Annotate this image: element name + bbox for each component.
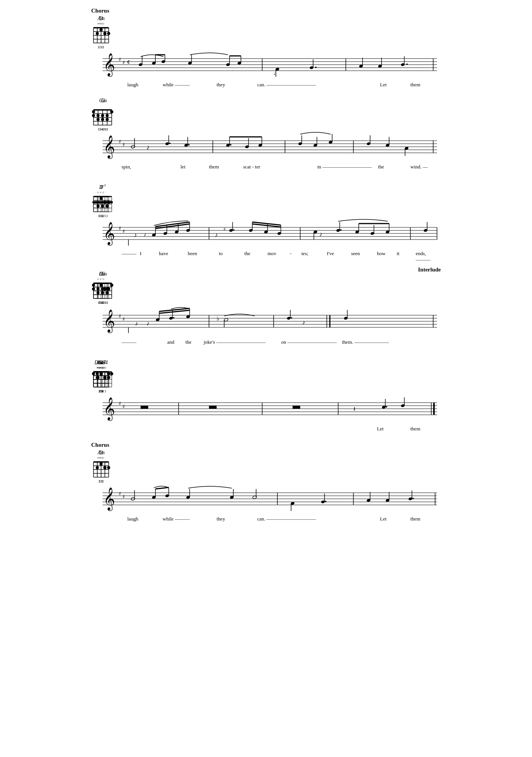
chord-diagram-D3: D ××○ 132 [91, 271, 111, 305]
svg-point-273 [173, 317, 174, 319]
svg-text:♪: ♪ [135, 320, 138, 327]
svg-point-438 [412, 498, 414, 499]
svg-point-25 [103, 32, 106, 35]
svg-point-188 [233, 229, 234, 231]
lyrics-row-4: ——— and the joke's —————————— on ———————… [91, 339, 441, 348]
svg-text:♯: ♯ [119, 57, 121, 62]
svg-point-373 [386, 406, 387, 408]
svg-point-162 [106, 205, 109, 208]
row3-section: D ××○ 132 [91, 180, 441, 259]
svg-text:♯: ♯ [122, 316, 125, 322]
svg-text:𝄞: 𝄞 [103, 135, 115, 159]
svg-point-94 [110, 110, 113, 113]
svg-point-355 [103, 376, 106, 379]
row2-section: G [91, 98, 441, 172]
svg-point-404 [103, 466, 106, 469]
chorus-section-2: Chorus D ××○ [91, 442, 441, 524]
staff-row-2: 𝄞 ♯ ♯ ♪ [91, 131, 441, 163]
svg-text:𝄞: 𝄞 [103, 397, 115, 421]
svg-text:𝄞: 𝄞 [103, 53, 115, 77]
svg-point-258 [107, 287, 110, 290]
interlude-label: Interlude [418, 267, 441, 273]
lyrics-row-2: spin, let them scat - ter in —————————— … [91, 164, 441, 172]
svg-text:♯: ♯ [119, 225, 121, 231]
svg-text:♯: ♯ [122, 494, 125, 500]
svg-point-161 [101, 205, 104, 208]
svg-text:♪: ♪ [302, 319, 305, 325]
svg-text:𝄞: 𝄞 [103, 309, 115, 333]
staff-row-6: 𝄞 ♯ ♯ [91, 483, 441, 515]
svg-text:♯: ♯ [119, 401, 121, 406]
svg-point-90 [92, 110, 95, 113]
music-page: Chorus D ××○ [91, 0, 441, 540]
svg-text:♯: ♯ [122, 60, 125, 65]
svg-point-92 [101, 114, 104, 117]
svg-point-91 [97, 114, 100, 117]
svg-point-356 [107, 372, 110, 375]
svg-point-160 [97, 205, 100, 208]
chord-diagram-Am1: Am ×○ 231 [91, 16, 111, 49]
svg-text:♯: ♯ [119, 139, 121, 144]
svg-text:♩: ♩ [274, 71, 276, 76]
svg-point-403 [100, 462, 103, 465]
section-label-chorus2: Chorus [91, 442, 441, 448]
svg-text:♪: ♪ [134, 232, 137, 238]
chord-diagram-Fsharp: F♯ [91, 183, 115, 218]
staff-row-4: 𝄞 ♯ ♯ ♪ ♪ [91, 305, 441, 338]
svg-text:♪: ♪ [146, 143, 150, 151]
svg-text:𝄞: 𝄞 [103, 487, 115, 511]
svg-text:♯: ♯ [119, 313, 121, 319]
svg-point-285 [291, 317, 292, 319]
svg-text:♪: ♪ [144, 232, 146, 237]
svg-point-354 [100, 372, 103, 375]
svg-point-281 [224, 318, 228, 321]
svg-text:c: c [127, 58, 130, 65]
svg-point-114 [230, 144, 231, 146]
svg-point-402 [96, 466, 99, 469]
svg-rect-369 [293, 406, 300, 409]
lyrics-row-3: ——— I have been to the mov - ies; I've s… [91, 251, 441, 259]
lyrics-row-6: laugh while ——— they can. —————————— Let… [91, 516, 441, 524]
svg-text:♪: ♪ [146, 320, 149, 327]
svg-text:♯: ♯ [122, 404, 125, 409]
svg-rect-367 [209, 406, 217, 409]
svg-rect-365 [141, 406, 148, 409]
svg-text:♪: ♪ [319, 231, 322, 237]
svg-text:♭: ♭ [217, 315, 220, 322]
staff-row-3: 𝄞 ♯ ♯ ♪ ♪ [91, 218, 441, 250]
svg-text:♯: ♯ [223, 227, 226, 232]
svg-point-63 [406, 63, 408, 65]
section-label-chorus1: Chorus [91, 8, 441, 14]
chorus-section-1: Chorus D ××○ [91, 8, 441, 90]
row5-section: Am ×○ 231 [91, 355, 441, 434]
staff-row-5: 𝄞 ♯ ♯ 𝄽 [91, 393, 441, 425]
svg-text:♯: ♯ [119, 491, 121, 497]
svg-point-257 [103, 287, 106, 290]
svg-point-203 [340, 229, 342, 231]
svg-point-256 [100, 284, 103, 287]
staff-row-1: 𝄞 ♯ ♯ c [91, 49, 441, 81]
svg-point-24 [100, 28, 103, 31]
svg-text:♯: ♯ [122, 142, 125, 148]
svg-point-107 [169, 143, 171, 144]
chord-diagram-Gm1: Gm [91, 98, 115, 131]
svg-point-23 [96, 32, 99, 35]
svg-line-419 [155, 487, 169, 489]
interlude-section: G [91, 267, 441, 348]
svg-text:𝄞: 𝄞 [103, 222, 115, 246]
lyrics-row-1: laugh while ——— they can. —————————— Let… [91, 82, 441, 90]
chord-diagram-Am3: Am ×○ 231 [91, 450, 111, 483]
chord-diagram-Dsus4: Dsus4 ××○ 134 [91, 360, 111, 393]
svg-point-55 [315, 67, 317, 68]
svg-point-93 [106, 114, 109, 117]
svg-text:♯: ♯ [122, 229, 125, 234]
svg-point-110 [188, 144, 190, 146]
svg-point-430 [325, 501, 326, 502]
lyrics-row-5: Let them [91, 426, 441, 434]
svg-text:♪: ♪ [215, 232, 218, 238]
